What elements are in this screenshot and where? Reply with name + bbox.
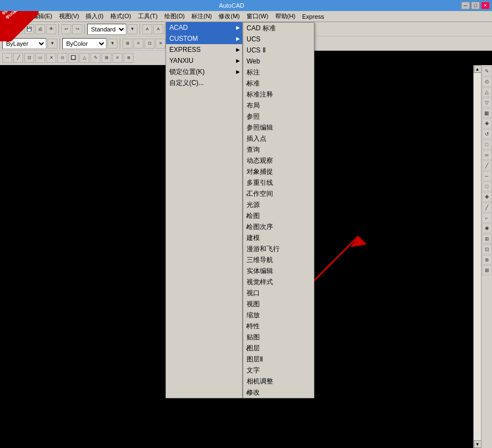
- rt-btn-5[interactable]: ▦: [482, 108, 492, 118]
- item-shijue[interactable]: 视觉样式: [243, 276, 314, 287]
- tb3-icon12[interactable]: ⊗: [124, 53, 133, 63]
- menu-yanxiu[interactable]: YANXIU: [166, 55, 242, 66]
- rt-btn-19[interactable]: ⊗: [482, 255, 492, 265]
- style-select[interactable]: Standard: [87, 24, 126, 35]
- rt-btn-3[interactable]: △: [482, 87, 492, 97]
- item-biaozhun[interactable]: ✓ 标准: [243, 78, 314, 89]
- tb3-icon6[interactable]: ⊙: [57, 53, 67, 63]
- item-tuceng2[interactable]: 图层Ⅱ: [243, 354, 314, 365]
- menu-modify[interactable]: 修改(M): [215, 12, 243, 21]
- item-chaxun[interactable]: 查询: [243, 144, 314, 155]
- item-xiangji[interactable]: 相机调整: [243, 376, 314, 387]
- close-button[interactable]: ✕: [481, 2, 490, 9]
- color-select[interactable]: ByColor: [62, 38, 106, 49]
- item-shiti[interactable]: 实体编辑: [243, 265, 314, 276]
- restore-button[interactable]: □: [471, 2, 480, 9]
- rt-btn-8[interactable]: □: [482, 140, 492, 150]
- tb3-icon3[interactable]: ⊡: [24, 53, 34, 63]
- menu-help[interactable]: 帮助(H): [272, 12, 299, 21]
- item-suofang[interactable]: 缩放: [243, 310, 314, 321]
- item-xiugai[interactable]: ✓ 修改: [243, 387, 314, 398]
- tb3-icon8[interactable]: △: [79, 53, 89, 63]
- layer-dropdown[interactable]: ▼: [47, 39, 57, 49]
- scroll-track[interactable]: [474, 73, 482, 440]
- menu-draw[interactable]: 绘图(D): [161, 12, 188, 21]
- item-shitu[interactable]: 视图: [243, 298, 314, 310]
- menu-format[interactable]: 格式(O): [107, 12, 135, 21]
- rt-btn-12[interactable]: □: [482, 182, 492, 191]
- item-sanwei[interactable]: 三维导航: [243, 254, 314, 265]
- item-ucs[interactable]: UCS: [243, 34, 314, 45]
- tb2-icon3[interactable]: ⊡: [145, 39, 154, 49]
- rt-btn-6[interactable]: ✚: [482, 119, 492, 129]
- item-shikou[interactable]: 视口: [243, 287, 314, 298]
- rt-btn-4[interactable]: ▽: [482, 98, 492, 108]
- item-wenzi[interactable]: 文字: [243, 365, 314, 376]
- menu-customize[interactable]: 自定义(C)...: [166, 77, 242, 88]
- redo-button[interactable]: ↪: [72, 24, 82, 34]
- menu-acad[interactable]: ACAD: [166, 22, 242, 33]
- scrollbar-right[interactable]: ▲ ▼: [473, 65, 481, 448]
- rt-btn-18[interactable]: ⊡: [482, 244, 492, 254]
- tb3-icon10[interactable]: ⊞: [101, 53, 111, 63]
- item-duochong[interactable]: 多重引线: [243, 177, 314, 188]
- tb3-icon2[interactable]: ╱: [13, 53, 23, 63]
- item-cad-standard[interactable]: CAD 标准: [243, 23, 314, 34]
- scroll-up-button[interactable]: ▲: [474, 65, 482, 73]
- item-buju[interactable]: 布局: [243, 100, 314, 111]
- item-huitu-cixu[interactable]: ✓ 绘图次序: [243, 221, 314, 232]
- rt-btn-14[interactable]: ╱: [482, 202, 492, 212]
- menu-dimension[interactable]: 标注(N): [188, 12, 215, 21]
- rt-btn-1[interactable]: ✎: [482, 66, 492, 76]
- item-web[interactable]: Web: [243, 56, 314, 67]
- item-biaozhuzhu[interactable]: 标准注释: [243, 89, 314, 100]
- menu-custom[interactable]: CUSTOM: [166, 33, 242, 44]
- rt-btn-9[interactable]: ═: [482, 150, 492, 160]
- rt-btn-15[interactable]: ⌐: [482, 213, 492, 223]
- rt-btn-16[interactable]: ✱: [482, 223, 492, 233]
- item-canjao[interactable]: 参照: [243, 111, 314, 122]
- scroll-down-button[interactable]: ▼: [474, 440, 482, 448]
- tb-icon1[interactable]: A: [142, 24, 152, 34]
- menu-view[interactable]: 视图(V): [56, 12, 83, 21]
- item-manyou[interactable]: 漫游和飞行: [243, 243, 314, 254]
- menu-lock[interactable]: 锁定位置(K): [166, 66, 242, 77]
- tb3-icon1[interactable]: ─: [2, 53, 12, 63]
- rt-btn-13[interactable]: ✚: [482, 192, 492, 202]
- item-ucs2[interactable]: UCS Ⅱ: [243, 45, 314, 56]
- tb3-icon4[interactable]: ▭: [35, 53, 45, 63]
- rt-btn-2[interactable]: ⊙: [482, 77, 492, 87]
- style-btn[interactable]: ▼: [127, 24, 137, 34]
- tb3-icon5[interactable]: ✕: [46, 53, 56, 63]
- color-dropdown[interactable]: ▼: [108, 39, 117, 49]
- item-biaohu[interactable]: 标注: [243, 67, 314, 78]
- item-dongtai[interactable]: 动态观察: [243, 155, 314, 166]
- menu-window[interactable]: 窗口(W): [243, 12, 272, 21]
- item-gongzuo[interactable]: ✓ 工作空间: [243, 188, 314, 199]
- menu-express[interactable]: EXPRESS: [166, 44, 242, 55]
- tb-icon2[interactable]: A: [153, 24, 163, 34]
- minimize-button[interactable]: ─: [461, 2, 470, 9]
- rt-btn-17[interactable]: ⊞: [482, 234, 492, 244]
- item-duixiang[interactable]: 对象捕捉: [243, 166, 314, 177]
- undo-button[interactable]: ↩: [61, 24, 71, 34]
- item-jianmo[interactable]: 建模: [243, 232, 314, 243]
- tb3-icon11[interactable]: ≡: [113, 53, 122, 63]
- item-tuceng[interactable]: ✓ 图层: [243, 343, 314, 354]
- tb2-icon4[interactable]: ✕: [156, 39, 165, 49]
- tb3-icon7[interactable]: 🔲: [68, 53, 78, 63]
- rt-btn-10[interactable]: ╱: [482, 161, 492, 170]
- item-huitu[interactable]: ✓ 绘图: [243, 210, 314, 221]
- rt-btn-7[interactable]: ↺: [482, 129, 492, 139]
- rt-btn-11[interactable]: ─: [482, 171, 492, 181]
- item-texing[interactable]: ✓ 特性: [243, 321, 314, 332]
- tb3-icon9[interactable]: ✎: [90, 53, 100, 63]
- item-canjao-edit[interactable]: 参照编辑: [243, 122, 314, 133]
- tb2-icon2[interactable]: ≡: [133, 39, 143, 49]
- item-tietu[interactable]: 贴图: [243, 332, 314, 343]
- item-charu[interactable]: 插入点: [243, 133, 314, 144]
- tb2-icon1[interactable]: ⊞: [122, 39, 132, 49]
- item-guangyuan[interactable]: 光源: [243, 199, 314, 210]
- preview-button[interactable]: 👁: [46, 24, 56, 34]
- menu-express[interactable]: Express: [299, 13, 328, 20]
